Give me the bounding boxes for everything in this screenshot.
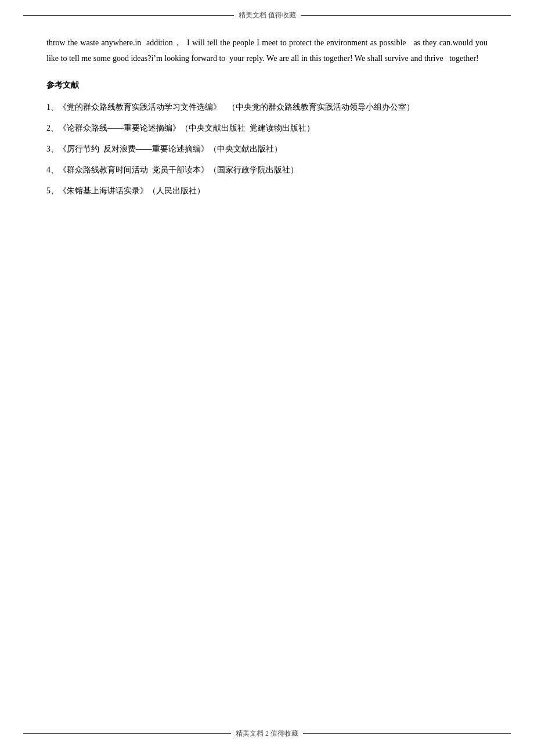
- content-area: throw the waste anywhere.in addition， I …: [0, 24, 534, 216]
- header-divider: 精美文档 值得收藏: [0, 0, 534, 24]
- main-paragraph: throw the waste anywhere.in addition， I …: [46, 35, 488, 66]
- footer-line-right: [303, 733, 511, 734]
- footer-line-left: [23, 733, 231, 734]
- references-section: 参考文献 1、《党的群众路线教育实践活动学习文件选编》 （中央党的群众路线教育实…: [46, 80, 488, 198]
- reference-item-1: 1、《党的群众路线教育实践活动学习文件选编》 （中央党的群众路线教育实践活动领导…: [46, 100, 488, 115]
- reference-item-3: 3、《厉行节约 反对浪费——重要论述摘编》（中央文献出版社）: [46, 142, 488, 157]
- reference-item-2: 2、《论群众路线——重要论述摘编》（中央文献出版社 党建读物出版社）: [46, 121, 488, 136]
- header-label: 精美文档 值得收藏: [234, 10, 301, 20]
- reference-item-5: 5、《朱镕基上海讲话实录》（人民出版社）: [46, 183, 488, 199]
- reference-item-4: 4、《群众路线教育时间活动 党员干部读本》（国家行政学院出版社）: [46, 163, 488, 178]
- footer-label: 精美文档 2 值得收藏: [231, 729, 303, 739]
- header-line-left: [23, 15, 234, 16]
- header-line-right: [301, 15, 511, 16]
- footer-divider: 精美文档 2 值得收藏: [0, 729, 534, 739]
- page-wrapper: 精美文档 值得收藏 throw the waste anywhere.in ad…: [0, 0, 534, 756]
- references-title: 参考文献: [46, 80, 488, 91]
